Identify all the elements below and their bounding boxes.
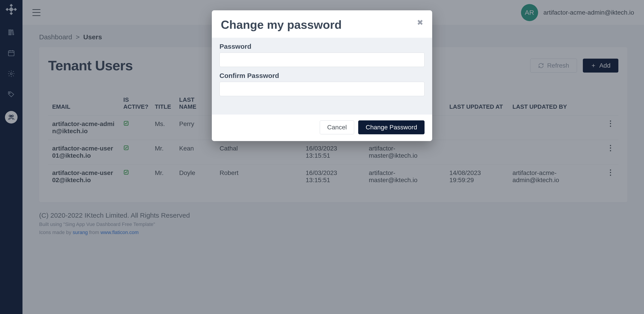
- password-input[interactable]: [220, 52, 424, 67]
- modal-close-button[interactable]: ✖: [417, 18, 423, 27]
- confirm-password-input[interactable]: [220, 82, 424, 96]
- cancel-button[interactable]: Cancel: [320, 120, 354, 134]
- change-password-button[interactable]: Change Password: [358, 120, 424, 134]
- confirm-password-label: Confirm Password: [220, 72, 424, 79]
- password-label: Password: [220, 43, 424, 50]
- change-password-modal: Change my password ✖ Password Confirm Pa…: [212, 10, 432, 141]
- close-icon: ✖: [417, 18, 423, 27]
- modal-title: Change my password: [221, 18, 342, 31]
